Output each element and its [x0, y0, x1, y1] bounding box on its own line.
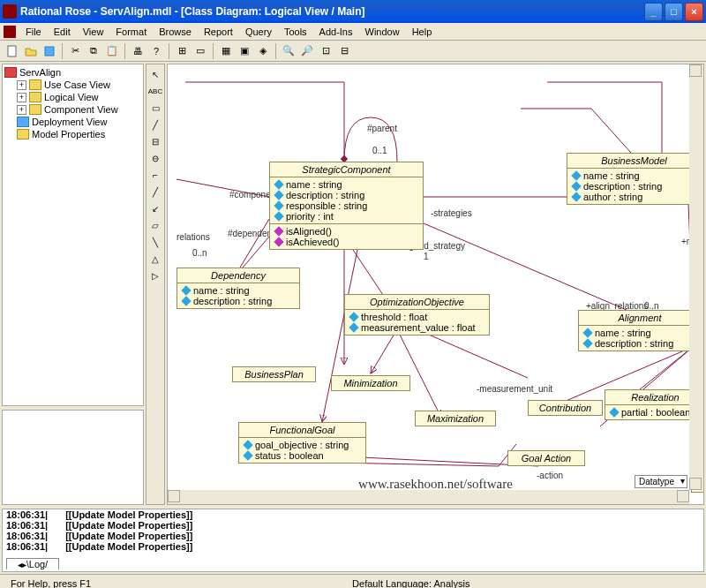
undo-fit-button[interactable]: ⊟ [335, 42, 353, 60]
tool-class[interactable]: ⊟ [147, 133, 163, 149]
doc-button[interactable]: ▭ [192, 42, 209, 60]
tool-text[interactable]: ABC [147, 83, 163, 99]
class-alignment[interactable]: Alignment name : string description : st… [578, 310, 702, 351]
tool-pointer[interactable]: ↖ [147, 66, 163, 82]
log-tab[interactable]: ◂▸\Log/ [6, 558, 59, 569]
class-contrib[interactable]: Contribution [528, 400, 603, 416]
tool-assoc[interactable]: ⌐ [147, 167, 163, 183]
svg-rect-1 [45, 47, 54, 56]
class-strategic[interactable]: StrategicComponent name : string descrip… [269, 162, 424, 250]
tree-item-deployment[interactable]: Deployment View [17, 116, 141, 128]
menu-help[interactable]: Help [406, 25, 439, 39]
class-dependency[interactable]: Dependency name : string description : s… [176, 268, 300, 309]
tree-root[interactable]: ServAlign [4, 66, 141, 79]
label-multi01: 0..1 [372, 146, 387, 155]
scrollbar-v[interactable] [689, 64, 703, 490]
class-business[interactable]: BusinessModel name : string description … [567, 153, 702, 205]
log-pane[interactable]: 18:06:31|[[Update Model Properties]] 18:… [2, 509, 704, 572]
tool-link[interactable]: ↙ [147, 200, 163, 216]
menu-edit[interactable]: Edit [48, 25, 77, 39]
save-button[interactable] [41, 42, 58, 60]
status-help: For Help, press F1 [4, 578, 98, 589]
menu-query[interactable]: Query [239, 25, 278, 39]
tool-interface[interactable]: ⊖ [147, 150, 163, 166]
class-fgoal[interactable]: FunctionalGoal goal_objective : string s… [238, 422, 366, 464]
palette: ↖ ABC ▭ ╱ ⊟ ⊖ ⌐ ╱ ↙ ▱ ╲ △ ▷ [146, 64, 165, 505]
label-relations: relations [176, 232, 210, 242]
window-title: Rational Rose - ServAlign.mdl - [Class D… [20, 5, 644, 18]
tool-depend[interactable]: ╲ [147, 234, 163, 250]
tree-item-usecase[interactable]: +Use Case View [17, 79, 141, 91]
browse-spec-button[interactable]: ◈ [254, 42, 272, 60]
tool-anchor[interactable]: ╱ [147, 117, 163, 132]
label-action: -action [537, 471, 563, 480]
print-button[interactable]: 🖶 [129, 42, 146, 60]
scrollbar-h[interactable] [168, 490, 689, 504]
datatype-combo[interactable]: Datatype [635, 475, 687, 488]
class-min[interactable]: Minimization [331, 375, 410, 391]
close-button[interactable]: × [685, 3, 703, 21]
label-parent: #parent [367, 124, 397, 133]
status-lang: Default Language: Analysis [345, 578, 477, 589]
menu-window[interactable]: Window [359, 25, 406, 39]
menu-format[interactable]: Format [109, 25, 153, 39]
menu-report[interactable]: Report [198, 25, 239, 39]
browse-button[interactable]: ⊞ [173, 42, 191, 60]
help-button[interactable]: ? [147, 42, 165, 60]
menu-addins[interactable]: Add-Ins [313, 25, 359, 39]
properties-pane[interactable] [2, 410, 144, 505]
maximize-button[interactable]: □ [665, 3, 683, 21]
diagram-canvas[interactable]: #parent 0..1 #components #dependents rel… [167, 64, 704, 505]
tool-note[interactable]: ▭ [147, 100, 163, 116]
app-icon [3, 4, 17, 19]
doc-icon [4, 26, 16, 38]
class-max[interactable]: Maximization [415, 411, 496, 426]
label-strategies: -strategies [431, 208, 472, 218]
menu-browse[interactable]: Browse [153, 25, 198, 39]
tool-general[interactable]: △ [147, 251, 163, 267]
tool-package[interactable]: ▱ [147, 217, 163, 233]
tree-item-logical[interactable]: +Logical View [17, 91, 141, 103]
tool-realize[interactable]: ▷ [147, 268, 163, 283]
paste-button[interactable]: 📋 [103, 42, 121, 60]
class-bplan[interactable]: BusinessPlan [232, 366, 316, 382]
browse-class-button[interactable]: ▦ [217, 42, 235, 60]
minimize-button[interactable]: _ [644, 3, 663, 21]
label-1: 1 [424, 252, 429, 261]
open-button[interactable] [22, 42, 40, 60]
fit-button[interactable]: ⊡ [317, 42, 334, 60]
menu-view[interactable]: View [77, 25, 110, 39]
zoom-in-button[interactable]: 🔍 [280, 42, 297, 60]
tool-aggreg[interactable]: ╱ [147, 184, 163, 200]
new-button[interactable] [4, 42, 21, 60]
browse-parent-button[interactable]: ▣ [236, 42, 253, 60]
menu-tools[interactable]: Tools [278, 25, 313, 39]
model-tree[interactable]: ServAlign +Use Case View +Logical View +… [2, 64, 144, 406]
svg-rect-0 [8, 46, 16, 57]
label-0n-1: 0..n [192, 248, 207, 258]
tree-item-properties[interactable]: Model Properties [17, 128, 141, 140]
class-optobj[interactable]: OptimizationObjective threshold : float … [344, 294, 490, 335]
tree-item-component[interactable]: +Component View [17, 103, 141, 116]
cut-button[interactable]: ✂ [66, 42, 84, 60]
menu-file[interactable]: File [19, 25, 48, 39]
zoom-out-button[interactable]: 🔎 [298, 42, 316, 60]
label-measurement-unit: -measurement_unit [477, 384, 552, 394]
copy-button[interactable]: ⧉ [85, 42, 102, 60]
class-gaction[interactable]: Goal Action [507, 450, 585, 466]
